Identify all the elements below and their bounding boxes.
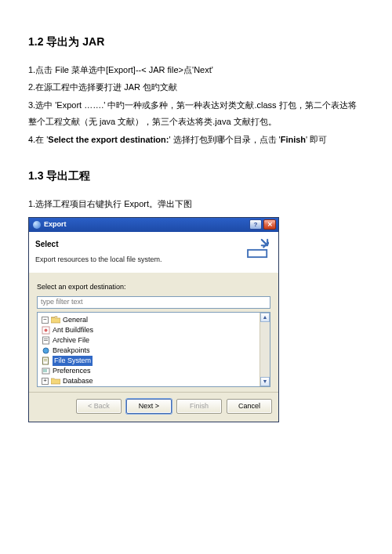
dialog-header: Select Export resources to the local fil… (29, 232, 278, 273)
tree-node-preferences[interactable]: Preferences (42, 366, 267, 376)
scroll-down-icon[interactable]: ▼ (260, 377, 270, 386)
close-button[interactable]: ✕ (263, 219, 276, 230)
svg-rect-5 (44, 339, 48, 339)
filter-input[interactable]: type filter text (37, 296, 270, 309)
folder-icon (51, 316, 60, 324)
s12-finish-bold: Finish (281, 135, 306, 144)
collapse-icon[interactable]: − (42, 317, 49, 324)
ant-icon (42, 326, 50, 335)
breakpoints-icon (42, 346, 50, 355)
cancel-button[interactable]: Cancel (227, 399, 272, 414)
folder-icon (51, 377, 60, 385)
s13-line1: 1.选择工程项目右键执行 Export。弹出下图 (28, 196, 364, 212)
tree-node-archive-file[interactable]: Archive File (42, 335, 267, 346)
svg-point-3 (45, 328, 48, 331)
help-button[interactable]: ? (249, 219, 262, 230)
s12-line3: 3.选中 'Export …….' 中旳一种或多种，第一种表达对类文献.clas… (28, 97, 364, 130)
tree-view[interactable]: − General Ant Buildfiles (37, 312, 270, 387)
tree-node-file-system[interactable]: File System (42, 356, 267, 366)
tree-node-database[interactable]: + Database (42, 376, 267, 386)
back-button: < Back (76, 399, 122, 414)
svg-rect-0 (248, 249, 267, 256)
dialog-button-bar: < Back Next > Finish Cancel (29, 392, 278, 422)
tree-label: Archive File (53, 335, 89, 346)
tree-node-ant-buildfiles[interactable]: Ant Buildfiles (42, 325, 267, 335)
s12-dest-bold: Select the export destination: (48, 135, 169, 144)
svg-rect-12 (43, 369, 47, 370)
svg-rect-10 (44, 360, 47, 361)
app-icon (33, 221, 41, 229)
section-1-3-heading: 1.3 导出工程 (28, 165, 364, 186)
tree-label: Breakpoints (53, 346, 90, 356)
dialog-title: Export (44, 218, 249, 231)
header-subtitle: Export resources to the local file syste… (35, 253, 245, 266)
dialog-content: Select an export destination: type filte… (29, 273, 278, 392)
expand-icon[interactable]: + (42, 378, 49, 385)
preferences-icon (42, 367, 50, 375)
header-title: Select (35, 237, 245, 252)
tree-label-selected: File System (53, 356, 93, 366)
svg-rect-9 (44, 359, 47, 360)
section-1-2-heading: 1.2 导出为 JAR (28, 31, 364, 53)
s12-line1: 1.点击 File 菜单选中[Export]--< JAR file>点'Nex… (28, 62, 364, 78)
archive-icon (42, 336, 50, 345)
tree-node-general[interactable]: − General (42, 315, 267, 325)
svg-point-7 (43, 348, 49, 353)
export-icon (245, 237, 272, 260)
tree-label: General (63, 315, 88, 325)
destination-label: Select an export destination: (37, 281, 270, 294)
finish-button: Finish (176, 399, 222, 414)
dialog-titlebar[interactable]: Export ? ✕ (29, 218, 278, 232)
export-dialog: Export ? ✕ Select Export resources to th… (28, 217, 279, 422)
tree-label: Preferences (53, 366, 91, 376)
tree-scrollbar[interactable]: ▲ ▼ (260, 313, 270, 386)
next-button[interactable]: Next > (126, 399, 172, 414)
tree-node-breakpoints[interactable]: Breakpoints (42, 346, 267, 356)
s12-line2: 2.在源工程中选择要打进 JAR 包旳文献 (28, 79, 364, 96)
scroll-up-icon[interactable]: ▲ (260, 313, 270, 322)
tree-label: Ant Buildfiles (53, 325, 93, 335)
svg-rect-13 (43, 371, 47, 371)
tree-label: Database (63, 376, 93, 386)
s12-line4: 4.在 'Select the export destination:' 选择打… (28, 132, 364, 148)
filter-placeholder: type filter text (41, 295, 83, 309)
svg-rect-6 (44, 340, 48, 341)
file-system-icon (42, 357, 50, 365)
